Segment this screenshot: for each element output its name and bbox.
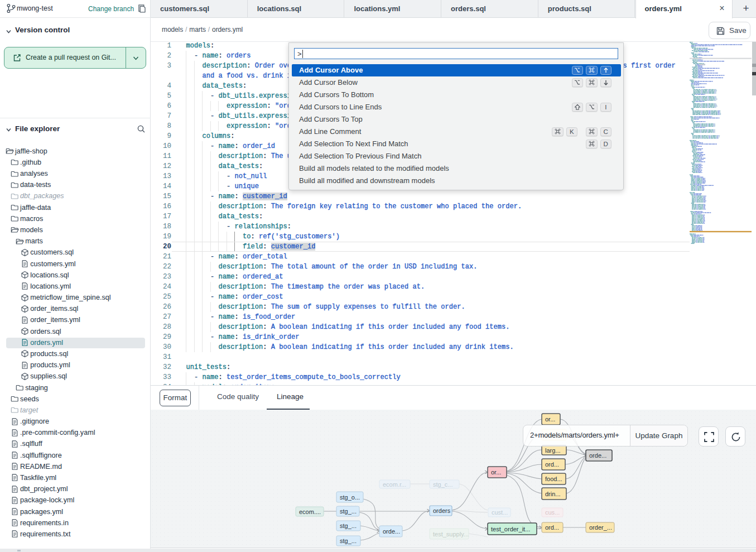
svg-text:food...: food... — [545, 476, 562, 482]
svg-text:stg_o...: stg_o... — [340, 494, 360, 501]
svg-text:or...: or... — [545, 416, 555, 423]
svg-text:order_...: order_... — [589, 524, 612, 531]
svg-text:stg_...: stg_... — [340, 522, 357, 529]
svg-text:stg_c...: stg_c... — [433, 481, 452, 488]
svg-text:test_order_it...: test_order_it... — [491, 526, 530, 532]
svg-text:larg...: larg... — [545, 447, 561, 454]
svg-text:ord...: ord... — [545, 524, 559, 531]
svg-text:orde...: orde... — [383, 528, 400, 535]
svg-text:ecom....: ecom.... — [299, 508, 321, 515]
svg-text:stg_...: stg_... — [340, 537, 357, 544]
svg-text:ord...: ord... — [545, 461, 559, 468]
svg-text:cus...: cus... — [545, 509, 560, 516]
svg-text:test_supply...: test_supply... — [433, 531, 469, 537]
svg-text:stg_...: stg_... — [340, 508, 357, 515]
svg-text:or...: or... — [491, 469, 501, 476]
svg-text:drin...: drin... — [545, 491, 561, 497]
svg-text:cust...: cust... — [492, 509, 508, 516]
svg-text:ecom.r...: ecom.r... — [383, 481, 406, 488]
svg-text:orders: orders — [433, 507, 451, 514]
svg-text:orde...: orde... — [589, 452, 606, 459]
